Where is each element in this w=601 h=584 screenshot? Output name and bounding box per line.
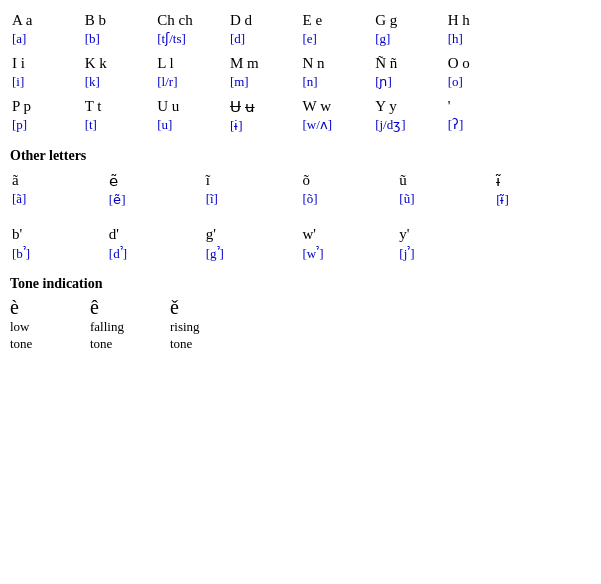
tone-low-char: è: [10, 296, 90, 319]
other-letters-title: Other letters: [10, 148, 591, 164]
cell-uu-tilde: ɨ̃ [ɨ̃]: [494, 168, 591, 212]
cell-Mm: M m [m]: [228, 51, 301, 94]
cell-Dd: D d [d]: [228, 8, 301, 51]
cell-Nyn: Ñ ñ [ɲ]: [373, 51, 446, 94]
tone-rising: ě risingtone: [170, 296, 250, 353]
cell-Uu-special: Ʉ ʉ [ɨ]: [228, 94, 301, 138]
cell-w-ejective: w' [wˀ]: [301, 222, 398, 266]
cell-d-ejective: d' [dˀ]: [107, 222, 204, 266]
cell-a-tilde: ã [ã]: [10, 168, 107, 212]
cell-Ii: I i [i]: [10, 51, 83, 94]
cell-Ee: E e [e]: [301, 8, 374, 51]
alphabet-grid: A a [a] B b [b] Ch ch [tʃ/ts] D d [d] E …: [10, 8, 591, 138]
tone-low-label: lowtone: [10, 319, 90, 353]
cell-o-tilde: õ [õ]: [301, 168, 398, 212]
tone-falling-label: fallingtone: [90, 319, 170, 353]
cell-Yy: Y y [j/dʒ]: [373, 94, 446, 138]
cell-Ww: W w [w/ʌ]: [301, 94, 374, 138]
cell-empty-2: [518, 51, 591, 94]
cell-g-ejective: g' [gˀ]: [204, 222, 301, 266]
cell-b-ejective: b' [bˀ]: [10, 222, 107, 266]
cell-empty-3: [518, 94, 591, 138]
cell-Gg: G g [g]: [373, 8, 446, 51]
tone-grid: è lowtone ê fallingtone ě risingtone: [10, 296, 591, 353]
other-letters-grid: ã [ã] ẽ [ẽ] ĩ [ĩ] õ [õ] ũ [ũ] ɨ̃ [ɨ̃]: [10, 168, 591, 212]
cell-Oo: O o [o]: [446, 51, 519, 94]
tone-section: Tone indication è lowtone ê fallingtone …: [10, 276, 591, 353]
cell-Bb: B b [b]: [83, 8, 156, 51]
cell-i-tilde: ĩ [ĩ]: [204, 168, 301, 212]
tone-rising-label: risingtone: [170, 319, 250, 353]
cell-u-tilde: ũ [ũ]: [397, 168, 494, 212]
cell-Hh: H h [h]: [446, 8, 519, 51]
cell-Tt: T t [t]: [83, 94, 156, 138]
cell-ejective-empty: [494, 222, 591, 266]
cell-e-tilde: ẽ [ẽ]: [107, 168, 204, 212]
cell-Kk: K k [k]: [83, 51, 156, 94]
cell-Pp: P p [p]: [10, 94, 83, 138]
cell-Aa: A a [a]: [10, 8, 83, 51]
cell-glottal: ' [ʔ]: [446, 94, 519, 138]
tone-falling: ê fallingtone: [90, 296, 170, 353]
tone-falling-char: ê: [90, 296, 170, 319]
tone-rising-char: ě: [170, 296, 250, 319]
cell-Chch: Ch ch [tʃ/ts]: [155, 8, 228, 51]
cell-y-ejective: y' [jˀ]: [397, 222, 494, 266]
tone-low: è lowtone: [10, 296, 90, 353]
alphabet-section: A a [a] B b [b] Ch ch [tʃ/ts] D d [d] E …: [10, 8, 591, 138]
cell-empty-1: [518, 8, 591, 51]
ejectives-section: b' [bˀ] d' [dˀ] g' [gˀ] w' [wˀ] y' [jˀ]: [10, 222, 591, 266]
other-letters-section: Other letters ã [ã] ẽ [ẽ] ĩ [ĩ] õ [õ] ũ …: [10, 148, 591, 212]
cell-Ll: L l [l/r]: [155, 51, 228, 94]
ejectives-grid: b' [bˀ] d' [dˀ] g' [gˀ] w' [wˀ] y' [jˀ]: [10, 222, 591, 266]
cell-Uu: U u [u]: [155, 94, 228, 138]
cell-Nn: N n [n]: [301, 51, 374, 94]
tone-title: Tone indication: [10, 276, 591, 292]
